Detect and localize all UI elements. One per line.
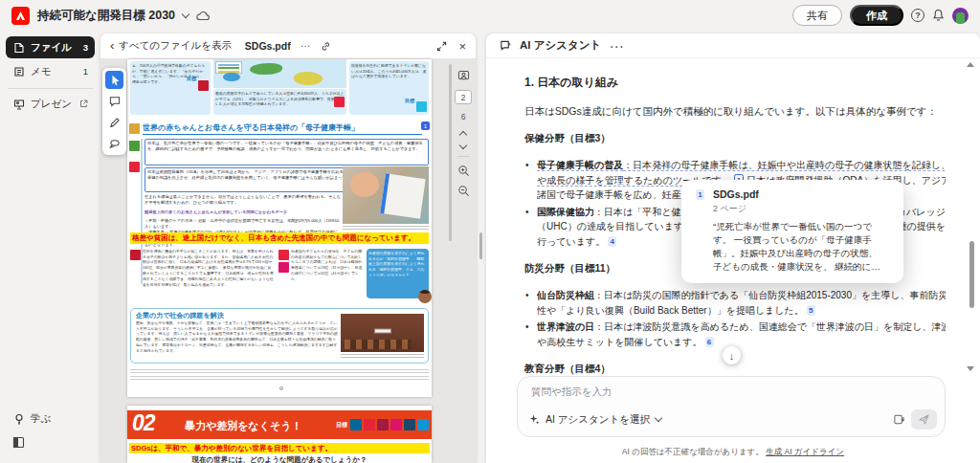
next-page-icon[interactable] (459, 142, 467, 149)
ai-assistant-panel: AI アシスタント 1. 日本の取り組み 日本はSDGs達成に向けて国内外で積極… (486, 33, 980, 463)
link-icon[interactable] (321, 41, 331, 52)
insert-document-icon[interactable] (893, 413, 905, 426)
baby-handbook-photo (343, 166, 429, 224)
sdg-goal-icon (417, 419, 429, 430)
map-legend (215, 61, 242, 74)
scroll-to-bottom-button[interactable] (723, 346, 741, 364)
response-intro: 日本はSDGs達成に向けて国内外で積極的に取り組んでいます。以下は具体的な事例で… (524, 103, 946, 119)
pdf-viewer-panel: すべてのファイルを表示 SDGs.pdf (100, 33, 476, 463)
info-box-text: 排泄後を衛生的に処理できるトイレが家にない人は20億人。このうち4億5,000万… (351, 63, 427, 79)
prompt-input[interactable] (531, 386, 931, 397)
sidebar-item-label: プレゼン (31, 98, 72, 111)
highlighted-passage-1[interactable]: 日本は、乳児死亡率が世界で一番低い国の一つです。一役買っているのが「母子健康手帳… (145, 139, 429, 165)
scrollbar-down-arrow[interactable] (967, 366, 974, 371)
acrobat-logo-icon[interactable] (11, 7, 30, 25)
world-map-fragment (213, 59, 346, 88)
notifications-bell-icon[interactable] (932, 9, 945, 22)
annotation-badge[interactable]: 1 (421, 121, 430, 130)
presentation-icon (12, 98, 25, 110)
bullet-tsunami-day: 世界津波の日：日本は津波防災意識を高めるため、国連総会で「世界津波の日」を制定し… (524, 320, 946, 349)
share-button[interactable]: 共有 (792, 5, 842, 26)
sidebar-spacer (6, 117, 95, 408)
annotation-toolbar (102, 68, 126, 155)
pdf-file-name: SDGs.pdf (245, 40, 291, 52)
panel-resize-handle[interactable] (479, 232, 482, 259)
box-body: 医療、安全な水や電気、十分な栄養など、世界には「生きていく上で最低限必要なものを… (136, 320, 340, 363)
pen-tool-button[interactable] (105, 113, 123, 131)
zoom-out-icon[interactable] (457, 185, 470, 197)
passage-text: 日本は、乳児死亡率が世界で一番低い国の一つです。一役買っているのが「母子健康手帳… (147, 141, 425, 152)
sdg-goal-icon (334, 97, 345, 107)
expand-icon[interactable] (436, 41, 447, 52)
section-health-heading: 保健分野（目標3） (524, 132, 946, 145)
chevron-left-icon (110, 40, 114, 52)
tooltip-page-label: 2 ページ (713, 203, 892, 215)
people-comment-icon[interactable] (457, 70, 470, 82)
goal-tag: 目標 (405, 98, 414, 105)
assistant-selector[interactable]: AI アシスタントを選択 (546, 413, 650, 427)
bullet-text: 性や「より良い復興（Build Back Better）」を提唱しました。 (537, 305, 804, 316)
scrollbar-up-arrow[interactable] (967, 62, 974, 67)
drone-photo (341, 314, 424, 352)
citation-chip-5[interactable]: 5 (807, 305, 815, 316)
sdg-goal-icon (377, 419, 389, 430)
help-icon[interactable] (911, 9, 924, 22)
citation-tooltip[interactable]: 1 SDGs.pdf 2 ページ “児死亡率が世界で一番低い国の一つで す。 一… (681, 180, 903, 283)
page2-question-line: 現在の世界には、どのような問題があるでしょうか？ (127, 455, 432, 463)
back-label: すべてのファイルを表示 (119, 39, 232, 53)
info-box-sanitation: 排泄後を衛生的に処理できるトイレが家にない人は20億人。このうち4億5,000万… (349, 61, 429, 115)
speech-bubble: 先進国の貧困を表すのによく使われるのが「相対的貧困率」。開発途上国の貧困を表すの… (367, 249, 429, 298)
top-bar: 持続可能な開発目標 2030 共有 作成 (0, 0, 980, 31)
ai-assistant-icon (500, 39, 512, 52)
info-box-text: 最低の貧困基準のもとで暮らしている人は世界に約4,800万人。うち半分以上が子ど… (215, 91, 344, 107)
zoom-in-icon[interactable] (457, 165, 470, 177)
page-footer-mark (279, 386, 283, 390)
citation-chip-6[interactable]: 6 (705, 337, 714, 347)
chapter-banner: 02 暴力や差別をなくそう！ 目標 (127, 410, 432, 439)
tooltip-file-name: SDGs.pdf (713, 188, 759, 200)
comment-tool-button[interactable] (105, 92, 123, 110)
pdf-scrollbar-thumb[interactable] (449, 64, 452, 241)
sidebar-item-learn[interactable]: 学ぶ (6, 408, 95, 430)
sidebar-item-notes[interactable]: メモ 1 (6, 60, 95, 82)
page-total-label: 6 (461, 112, 466, 121)
page-number-input[interactable]: 2 (455, 90, 472, 104)
citation-chip-4[interactable]: 4 (608, 236, 616, 247)
sidebar-item-presentations[interactable]: プレゼン (6, 93, 95, 115)
sdg-goal-icon (390, 419, 402, 430)
collapse-sidebar-button[interactable] (6, 431, 95, 453)
rail-divider (457, 156, 470, 157)
more-options-icon[interactable] (609, 37, 625, 55)
highlighted-heading: SDGsは、平和で、暴力や差別のない世界を目指しています。 (129, 443, 430, 453)
column-text: 先進国の子どもたちの状況を、子どもの間の格差の深刻さなどの観点について比較したユ… (291, 249, 364, 304)
bullet-text: や高校生サミットを開催しています。 (537, 337, 702, 347)
genai-guidelines-link[interactable]: 生成 AI ガイドライン (766, 447, 844, 456)
sidebar-item-files[interactable]: ファイル 3 (6, 36, 95, 58)
external-link-icon (79, 99, 88, 108)
ai-disclaimer: AI の回答は不正確な場合があります。 生成 AI ガイドライン (486, 447, 980, 458)
previous-page-icon[interactable] (459, 131, 467, 139)
highlighter-tool-button[interactable] (105, 134, 123, 152)
sdg-goal-icon (416, 101, 427, 112)
close-icon[interactable] (458, 39, 466, 54)
goal-tag: 目標 (336, 421, 347, 430)
files-count-badge: 3 (83, 42, 88, 53)
pdf-canvas[interactable]: 2 6 も、700万人の小学校就学年齢の子どもたちが、学校に通えずにいます。「女… (100, 58, 476, 463)
section-body: 生まれる環境は選ぶことができません。自分ではどうしようもないことで、将来の希望を… (145, 194, 342, 209)
more-options-icon[interactable] (301, 40, 312, 52)
back-to-all-files-button[interactable]: すべてのファイルを表示 (110, 39, 232, 53)
response-heading: 1. 日本の取り組み (524, 75, 946, 91)
chevron-down-icon[interactable] (655, 414, 662, 422)
create-button[interactable]: 作成 (850, 5, 903, 26)
tooltip-header: 1 SDGs.pdf (693, 188, 892, 200)
select-tool-button[interactable] (105, 71, 123, 89)
user-avatar[interactable] (952, 8, 969, 24)
pdf-page-1: も、700万人の小学校就学年齢の子どもたちが、学校に通えずにいます。「女の子だか… (127, 59, 432, 397)
chevron-down-icon[interactable] (182, 10, 189, 17)
sidebar-divider (8, 88, 93, 89)
character-face-icon (418, 290, 432, 303)
sdg-goal-icon (129, 141, 140, 151)
sparkle-icon (529, 414, 540, 425)
ai-scrollbar-thumb[interactable] (969, 241, 974, 308)
send-button[interactable] (911, 409, 937, 430)
